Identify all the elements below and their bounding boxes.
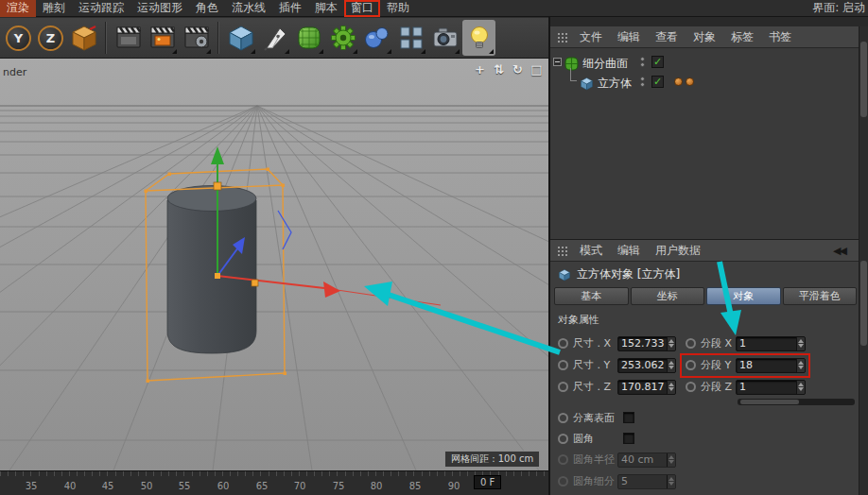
horizontal-scrollbar[interactable] <box>738 399 855 405</box>
dropdown-corner-icon <box>455 49 460 54</box>
timeline-ruler[interactable]: 35 40 45 50 55 60 65 70 75 80 85 90 95 0… <box>0 470 548 495</box>
stepper[interactable] <box>796 381 805 394</box>
keyframe-dot[interactable] <box>558 434 568 444</box>
menu-item-plugins[interactable]: 插件 <box>272 0 308 17</box>
dolly-icon[interactable]: ⇅ <box>492 62 506 77</box>
panel-collapse-arrows-icon[interactable]: ◀◀ <box>833 245 859 257</box>
generator-button[interactable] <box>326 20 359 56</box>
keyframe-dot[interactable] <box>686 360 696 370</box>
add-cube-button[interactable] <box>224 20 257 56</box>
segments-z-input[interactable]: 1 <box>736 380 806 395</box>
menu-item-help[interactable]: 帮助 <box>380 0 416 17</box>
viewport[interactable]: nder + ⇅ ↻ □ 网格间距 : 100 cm <box>0 59 548 470</box>
stepper[interactable] <box>667 337 675 350</box>
menu-item-mograph[interactable]: 运动图形 <box>130 0 189 17</box>
gizmo-center[interactable] <box>215 273 220 279</box>
segments-y-input[interactable]: 18 <box>736 358 806 373</box>
om-menu-objects[interactable]: 对象 <box>686 29 723 45</box>
section-object-properties[interactable]: 对象属性 <box>558 313 599 327</box>
tab-coordinates[interactable]: 坐标 <box>631 287 705 305</box>
dropdown-corner-icon <box>319 49 323 54</box>
expander-icon[interactable] <box>553 58 562 66</box>
pan-icon[interactable]: + <box>473 62 487 77</box>
size-y-input[interactable]: 253.062 c <box>617 358 676 373</box>
object-tree[interactable]: 细分曲面 立方体 ✓ ✓ <box>550 48 859 239</box>
render-settings-button[interactable] <box>180 20 213 56</box>
input-value: 170.817 c <box>621 381 667 393</box>
object-row-cube[interactable]: 立方体 <box>580 76 632 91</box>
size-x-input[interactable]: 152.733 c <box>617 336 676 351</box>
cube-object[interactable] <box>167 186 256 354</box>
keyframe-dot[interactable] <box>686 382 696 392</box>
om-menu-view[interactable]: 查看 <box>648 29 686 45</box>
keyframe-dot[interactable] <box>558 338 568 349</box>
menu-item-sculpt[interactable]: 雕刻 <box>36 0 72 17</box>
axis-z-lock-button[interactable]: Z <box>38 26 63 51</box>
tag-dot[interactable] <box>674 77 683 86</box>
toggle-view-icon[interactable]: □ <box>529 62 544 77</box>
spline-pen-button[interactable] <box>258 20 291 56</box>
tab-phong[interactable]: 平滑着色 <box>783 287 858 305</box>
keyframe-dot[interactable] <box>686 338 696 349</box>
separate-surfaces-checkbox[interactable] <box>623 412 634 423</box>
input-value: 18 <box>739 359 796 371</box>
enable-checkbox[interactable]: ✓ <box>651 76 664 88</box>
viewport-menu-label[interactable]: nder <box>3 66 26 78</box>
ruler-tick: 60 <box>211 481 235 491</box>
panel-grip-icon[interactable] <box>557 32 567 43</box>
segments-x-group: 分段 X 1 <box>686 336 806 351</box>
camera-button[interactable] <box>428 20 461 56</box>
stepper[interactable] <box>667 381 675 394</box>
render-view-button[interactable] <box>112 20 145 56</box>
x-scale-handle[interactable] <box>252 280 258 286</box>
ruler-tick: 35 <box>19 481 43 491</box>
tab-basic[interactable]: 基本 <box>554 287 629 305</box>
segments-x-input[interactable]: 1 <box>736 336 806 351</box>
enable-checkbox[interactable]: ✓ <box>651 56 664 68</box>
tab-object[interactable]: 对象 <box>706 287 781 305</box>
render-picture-viewer-button[interactable] <box>146 20 179 56</box>
menu-item-script[interactable]: 脚本 <box>308 0 344 17</box>
visibility-dots[interactable] <box>637 56 647 69</box>
om-menu-file[interactable]: 文件 <box>572 29 610 45</box>
menu-item-character[interactable]: 角色 <box>189 0 225 17</box>
menu-item-window[interactable]: 窗口 <box>344 0 380 17</box>
om-menu-edit[interactable]: 编辑 <box>610 29 648 45</box>
y-scale-handle[interactable] <box>214 182 221 190</box>
object-manager-menu: 文件 编辑 查看 对象 标签 书签 <box>550 26 859 48</box>
property-row-fillet: 圆角 <box>550 428 859 449</box>
keyframe-dot[interactable] <box>558 382 568 392</box>
stepper[interactable] <box>667 359 675 372</box>
size-z-input[interactable]: 170.817 c <box>617 380 676 395</box>
panel-grip-icon[interactable] <box>557 246 567 256</box>
fillet-checkbox[interactable] <box>623 433 634 444</box>
menu-item-motion-tracker[interactable]: 运动跟踪 <box>72 0 130 17</box>
stepper[interactable] <box>796 359 805 372</box>
tag-dot[interactable] <box>686 77 694 86</box>
axis-y-lock-button[interactable]: Y <box>6 26 31 51</box>
keyframe-dot[interactable] <box>558 413 568 423</box>
metaball-button[interactable] <box>360 20 393 56</box>
om-menu-tags[interactable]: 标签 <box>723 29 761 45</box>
coordinate-system-button[interactable] <box>67 20 100 56</box>
current-frame-indicator[interactable]: 0 F <box>474 475 501 489</box>
om-menu-bookmarks[interactable]: 书签 <box>761 29 799 45</box>
render-picture-viewer-icon <box>148 24 177 52</box>
vertical-scrollbar[interactable] <box>859 26 868 495</box>
keyframe-dot[interactable] <box>558 360 568 370</box>
property-label: 尺寸 . Z <box>568 380 617 394</box>
object-row-subdivision-surface[interactable]: 细分曲面 <box>564 56 628 71</box>
am-menu-mode[interactable]: 模式 <box>572 243 610 259</box>
visibility-dots[interactable] <box>637 76 647 89</box>
subdivision-surface-button[interactable] <box>292 20 325 56</box>
grid-spacing-indicator: 网格间距 : 100 cm <box>444 451 540 468</box>
am-menu-edit[interactable]: 编辑 <box>610 243 648 259</box>
menu-item-render[interactable]: 渲染 <box>0 0 36 17</box>
stepper[interactable] <box>796 337 805 350</box>
array-button[interactable] <box>394 20 427 56</box>
am-menu-user-data[interactable]: 用户数据 <box>648 243 708 259</box>
menu-item-pipeline[interactable]: 流水线 <box>225 0 272 17</box>
interface-selector[interactable]: 界面: 启动 <box>809 0 868 17</box>
rotate-icon[interactable]: ↻ <box>511 62 525 77</box>
light-button[interactable] <box>462 20 495 56</box>
